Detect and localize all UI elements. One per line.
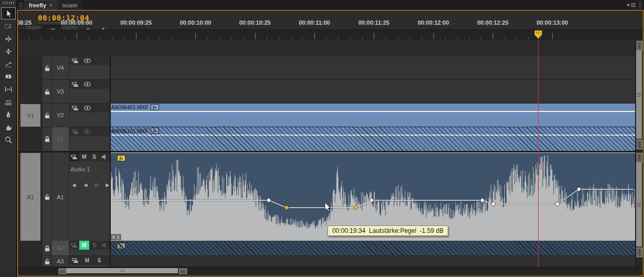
tools-panel-grip[interactable] [3, 2, 14, 4]
tool-selection[interactable] [1, 7, 16, 19]
solo-toggle[interactable]: S [90, 152, 100, 161]
track-output-toggle[interactable] [81, 80, 93, 89]
mute-toggle[interactable]: M [79, 152, 89, 161]
tab-freefly[interactable]: freefly × [24, 0, 57, 10]
add-remove-keyframe-icon[interactable]: ◆ [69, 180, 80, 190]
track-name-v1[interactable]: V1 [52, 127, 69, 151]
source-patch-column [18, 256, 43, 267]
fx-badge-icon[interactable]: fx [151, 104, 159, 110]
speaker-toggle[interactable] [100, 241, 110, 250]
tool-razor[interactable] [1, 70, 16, 83]
lock-open-icon [44, 193, 50, 200]
ruler-tick [195, 33, 196, 39]
track-name-a2[interactable]: A2 [52, 241, 69, 255]
clip-a2-audio[interactable]: fx [110, 241, 636, 255]
track-lane-v2[interactable]: AA096401.MXFfx [110, 104, 636, 127]
track-name-a3[interactable]: A3 [52, 256, 69, 266]
playhead-marker[interactable] [534, 30, 543, 39]
panel-right-grip[interactable] [639, 2, 642, 8]
track-lane-a3[interactable] [110, 256, 636, 267]
video-vscroll-top-handle[interactable] [636, 40, 643, 51]
track-lock-toggle[interactable] [43, 80, 52, 103]
tool-rolling-edit[interactable] [1, 45, 16, 57]
volume-keyframe[interactable] [491, 202, 496, 207]
volume-keyframe-selected[interactable] [354, 206, 358, 210]
video-vertical-scrollbar[interactable] [635, 40, 643, 151]
track-lane-v1[interactable]: AA096101.MXFfx [110, 127, 636, 151]
track-name-v3[interactable]: V3 [52, 80, 69, 103]
tool-slip[interactable] [1, 83, 16, 95]
solo-toggle[interactable]: S [90, 241, 100, 250]
track-name-v4[interactable]: V4 [52, 56, 69, 79]
track-lane-v3[interactable] [110, 80, 636, 104]
hscroll-left-handle[interactable] [58, 268, 67, 274]
track-output-toggle[interactable] [81, 127, 93, 136]
solo-toggle[interactable]: S [93, 256, 105, 265]
track-name-a1[interactable]: A1 [52, 152, 69, 241]
tool-slide[interactable] [1, 96, 16, 108]
fx-badge-icon[interactable]: fx [151, 128, 159, 134]
source-patch-column: A1 [18, 152, 43, 242]
audio-vscroll-thumb[interactable] [636, 162, 642, 247]
track-lane-a2[interactable]: fx [110, 241, 636, 256]
track-output-toggle[interactable] [81, 104, 93, 112]
tab-close-icon[interactable]: × [49, 2, 52, 8]
audio-vertical-scrollbar[interactable] [635, 151, 643, 267]
clip-aa096401.mxf[interactable]: AA096401.MXFfx [110, 104, 636, 127]
next-keyframe-icon[interactable]: ▶ [102, 180, 113, 190]
track-lock-toggle[interactable] [43, 152, 52, 241]
fx-badge-keyframed-icon[interactable]: fx [117, 155, 125, 161]
audio-track-name[interactable]: Audio 1 [70, 166, 90, 172]
clip-title-bar: AA096401.MXFfx [110, 104, 636, 112]
source-patch-a1[interactable]: A1 [20, 153, 40, 241]
tool-zoom[interactable] [1, 134, 16, 146]
ruler-tick [386, 37, 386, 39]
track-lane-v4[interactable] [110, 56, 636, 80]
track-output-toggle[interactable] [81, 56, 93, 65]
video-vscroll-bottom-handle[interactable] [636, 139, 643, 150]
tool-track-select[interactable] [1, 20, 16, 32]
tab-ncam[interactable]: ncam [57, 0, 82, 10]
sync-lock-toggle[interactable] [69, 80, 81, 89]
keyframe-diamond-icon[interactable]: ◇ [91, 180, 102, 190]
hscroll-thumb[interactable] [67, 268, 178, 273]
previous-keyframe-icon[interactable]: ◀ [80, 180, 91, 190]
ruler-tick [374, 33, 374, 39]
tool-hand[interactable] [1, 121, 16, 133]
video-vscroll-thumb[interactable] [636, 50, 642, 139]
horizontal-scrollbar[interactable] [18, 267, 643, 274]
track-lock-toggle[interactable] [43, 256, 52, 266]
clip-aa096101.mxf[interactable]: AA096101.MXFfx [110, 127, 636, 151]
sync-lock-toggle[interactable] [69, 127, 81, 136]
panel-menu-icon[interactable] [624, 0, 638, 10]
track-name-v2[interactable]: V2 [52, 104, 69, 127]
mute-toggle[interactable]: M [81, 256, 93, 265]
volume-keyframe[interactable] [267, 198, 271, 203]
tool-rate-stretch[interactable] [1, 58, 16, 70]
volume-keyframe-selected[interactable] [284, 206, 289, 210]
track-lock-toggle[interactable] [43, 127, 52, 151]
fx-badge-muted-icon[interactable]: fx [117, 243, 125, 249]
speaker-toggle[interactable] [100, 152, 110, 161]
track-lock-toggle[interactable] [43, 56, 52, 79]
ruler-tick-strip[interactable] [18, 29, 643, 40]
tool-pen[interactable] [1, 108, 16, 120]
track-lock-toggle[interactable] [43, 104, 52, 127]
sync-lock-toggle[interactable] [69, 256, 81, 265]
time-ruler[interactable]: 08:2500:00:09:0000:00:09:2500:00:10:0000… [18, 11, 643, 40]
mute-toggle[interactable]: M [79, 241, 89, 250]
source-patch-v1[interactable]: V1 [20, 104, 40, 127]
sync-lock-toggle[interactable] [69, 56, 81, 65]
sync-lock-toggle[interactable] [69, 241, 79, 250]
playhead-line[interactable] [538, 38, 539, 267]
tool-ripple-edit[interactable] [1, 33, 16, 45]
audio-vscroll-top-handle[interactable] [636, 152, 643, 163]
sync-lock-toggle[interactable] [69, 104, 81, 112]
volume-keyframe[interactable] [369, 198, 374, 203]
tab-grip[interactable] [19, 2, 23, 8]
volume-keyframe[interactable] [480, 198, 485, 203]
hscroll-right-handle[interactable] [178, 268, 187, 274]
sync-lock-toggle[interactable] [69, 152, 79, 161]
audio-vscroll-bottom-handle[interactable] [636, 247, 643, 258]
track-lock-toggle[interactable] [43, 241, 52, 255]
